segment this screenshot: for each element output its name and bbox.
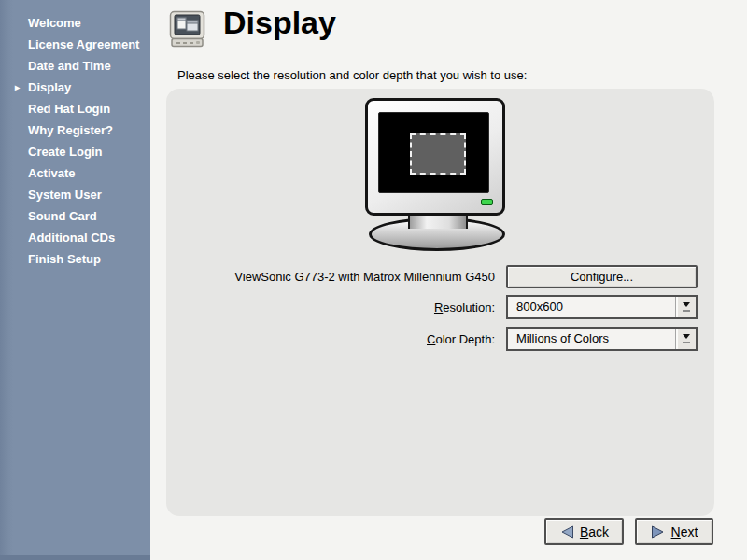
- color-depth-dropdown[interactable]: Millions of Colors: [506, 327, 698, 351]
- device-label: ViewSonic G773-2 with Matrox Millennium …: [178, 270, 495, 284]
- sidebar-item-create-login[interactable]: Create Login: [28, 141, 147, 162]
- resolution-label: Resolution:: [280, 301, 495, 315]
- sidebar-item-label: Sound Card: [28, 209, 97, 223]
- dropdown-bar-icon: [683, 342, 690, 343]
- resolution-dropdown[interactable]: 747x560: [506, 295, 698, 319]
- configure-button[interactable]: Configure...: [506, 265, 698, 288]
- sidebar-item-activate[interactable]: Activate: [28, 162, 147, 184]
- sidebar-item-date-and-time[interactable]: Date and Time: [28, 55, 147, 77]
- sidebar-item-label: Date and Time: [28, 59, 111, 73]
- display-settings-panel: ViewSonic G773-2 with Matrox Millennium …: [166, 89, 714, 516]
- sidebar-item-label: Display: [28, 80, 71, 94]
- page-title: Display: [223, 5, 336, 41]
- power-led-icon: [481, 199, 493, 205]
- sidebar-item-welcome[interactable]: Welcome: [28, 12, 147, 34]
- monitor-illustration: [365, 98, 511, 253]
- resolution-dropdown-button[interactable]: [675, 297, 696, 317]
- color-depth-value: Millions of Colors: [516, 329, 609, 349]
- next-button[interactable]: Next: [635, 518, 713, 545]
- sidebar-item-sound-card[interactable]: Sound Card: [28, 205, 147, 227]
- firstboot-window: Welcome License Agreement Date and Time …: [0, 0, 747, 560]
- resolution-value: 747x560: [516, 297, 563, 317]
- sidebar-item-label: Welcome: [28, 16, 81, 30]
- chevron-down-icon: [683, 302, 690, 307]
- sidebar-item-label: Why Register?: [28, 123, 113, 137]
- current-step-arrow-icon: ▸: [15, 77, 20, 98]
- setup-steps-sidebar: Welcome License Agreement Date and Time …: [0, 0, 150, 560]
- configure-button-label: Configure...: [571, 270, 633, 284]
- sidebar-item-display[interactable]: ▸ Display: [28, 77, 147, 98]
- sidebar-item-additional-cds[interactable]: Additional CDs: [28, 227, 147, 248]
- main-content: Display Please select the resolution and…: [150, 0, 747, 560]
- sidebar-item-label: Activate: [28, 166, 76, 180]
- back-button[interactable]: Back: [544, 518, 624, 545]
- display-monitor-icon: [169, 10, 206, 49]
- color-depth-label: Color Depth:: [280, 332, 495, 346]
- dropdown-bar-icon: [683, 310, 690, 312]
- sidebar-item-red-hat-login[interactable]: Red Hat Login: [28, 98, 147, 119]
- next-button-label: Next: [671, 525, 698, 539]
- sidebar-item-label: System User: [28, 188, 102, 202]
- back-button-label: Back: [580, 525, 609, 539]
- sidebar-item-label: Create Login: [28, 145, 102, 159]
- page-subtitle: Please select the resolution and color d…: [177, 68, 527, 82]
- sidebar-item-label: Red Hat Login: [28, 102, 110, 116]
- chevron-down-icon: [683, 334, 690, 339]
- monitor-screen: [378, 112, 489, 193]
- sidebar-bottom-edge: [0, 555, 150, 560]
- monitor-bezel: [365, 98, 505, 216]
- sidebar-item-label: Finish Setup: [28, 252, 101, 266]
- sidebar-item-label: Additional CDs: [28, 231, 115, 245]
- sidebar-item-why-register[interactable]: Why Register?: [28, 119, 147, 141]
- sidebar-item-system-user[interactable]: System User: [28, 184, 147, 205]
- back-arrow-icon: [559, 525, 574, 539]
- sidebar-item-license-agreement[interactable]: License Agreement: [28, 34, 147, 55]
- sidebar-item-finish-setup[interactable]: Finish Setup: [28, 248, 147, 270]
- color-depth-dropdown-button[interactable]: [675, 329, 696, 349]
- next-arrow-icon: [651, 525, 666, 539]
- resolution-preview-rect: [410, 133, 466, 175]
- setup-steps-list: Welcome License Agreement Date and Time …: [28, 12, 147, 270]
- sidebar-item-label: License Agreement: [28, 37, 139, 51]
